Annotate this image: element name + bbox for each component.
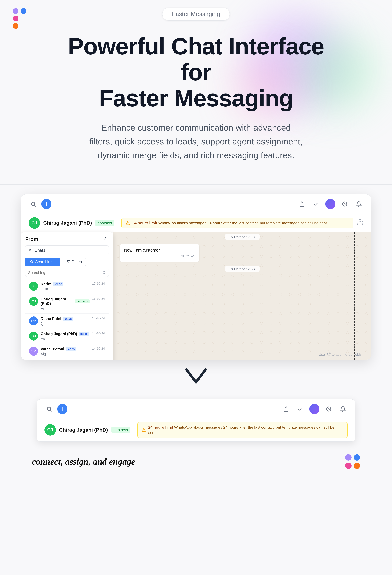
alert-bar: ⚠ 24 hours limit WhatsApp blocks message…: [122, 217, 353, 228]
ci-msg: hello: [41, 287, 90, 291]
ci-name-row: Chirag Jagani (PhD) leads: [41, 332, 90, 336]
contact-items: K Karim leads hello 17-10-24: [25, 279, 109, 360]
contact-bar-2: CJ Chirag Jagani (PhD) contacts ⚠ 24 hou…: [37, 419, 355, 441]
ci-avatar: CJ: [29, 297, 38, 306]
ci-time: 17-10-24: [92, 282, 105, 286]
merge-hint: Use '@' to add merge fields: [319, 353, 362, 357]
contact-tag: contacts: [95, 220, 114, 226]
chat-card-1: +: [21, 194, 371, 360]
svg-point-4: [30, 261, 33, 263]
svg-line-5: [32, 263, 33, 264]
list-item[interactable]: DP Disha Patel leads Jj 14-10-24: [25, 314, 109, 329]
contact-initials: CJ: [31, 220, 37, 226]
ci-avatar: CJ: [29, 332, 38, 340]
dashed-line: [354, 232, 355, 360]
alert-icon-2: ⚠: [141, 427, 146, 433]
ci-tag: leads: [53, 282, 63, 286]
ci-avatar: VP: [29, 347, 38, 356]
list-item[interactable]: VP Vatsal Patani leads Xfg 14-10-24: [25, 344, 109, 359]
clock-button[interactable]: [340, 199, 349, 209]
ci-tag: contacts: [75, 299, 90, 303]
ci-name: Vatsal Patani: [41, 347, 64, 351]
mockup-container: +: [21, 194, 371, 442]
hero-subtitle: Enhance customer communication with adva…: [69, 121, 323, 162]
ci-time: 14-10-24: [92, 332, 105, 335]
header-icons-2: [281, 404, 347, 414]
message-time: 3:23 PM: [178, 254, 189, 258]
ci-info: Chirag Jagani (PhD) leads Hu: [41, 332, 90, 341]
chat-card-2: +: [37, 399, 355, 442]
svg-line-1: [34, 205, 36, 206]
ci-msg: Hi: [41, 307, 90, 311]
all-chats-select[interactable]: All Chats: [25, 245, 109, 255]
svg-point-0: [31, 202, 35, 205]
ci-time: 14-10-24: [92, 347, 105, 350]
bell-button-2[interactable]: [338, 404, 347, 414]
ci-msg: Jj: [41, 322, 90, 326]
message-bubble: Now I am customer 3:23 PM: [120, 244, 199, 262]
filters-label: Filters: [71, 260, 82, 264]
ci-name: Chirag Jagani (PhD): [41, 332, 77, 336]
add-button[interactable]: +: [41, 199, 51, 209]
ci-time: 14-10-24: [92, 316, 105, 320]
from-actions: Searching... Filters: [25, 258, 109, 266]
ci-name-row: Karim leads: [41, 282, 90, 286]
arrow-down-icon: [21, 366, 371, 393]
message-meta: 3:23 PM: [124, 254, 195, 258]
footer-dot-orange: [354, 463, 360, 469]
header-left-2: +: [45, 404, 67, 414]
header-left: +: [28, 199, 51, 209]
alert-text: 24 hours limit WhatsApp blocks messages …: [132, 220, 328, 226]
svg-point-3: [359, 219, 361, 222]
ci-tag: leads: [79, 332, 89, 336]
share-button[interactable]: [297, 199, 307, 209]
list-item[interactable]: CJ Chirag Jagani (PhD) contacts Hi 16-10…: [25, 294, 109, 314]
date-badge-1: 15-October-2024: [113, 232, 371, 242]
alert-bar-2: ⚠ 24 hours limit WhatsApp blocks message…: [137, 422, 347, 438]
contact-name: Chirag Jagani (PhD): [43, 220, 92, 226]
check-button-2[interactable]: [295, 404, 305, 414]
dark-mode-icon[interactable]: ☾: [104, 236, 109, 242]
clock-button-2[interactable]: [324, 404, 334, 414]
user-avatar: [325, 199, 335, 209]
hero-title: Powerful Chat Interface for Faster Messa…: [52, 33, 340, 111]
ci-msg: Hu: [41, 337, 90, 341]
search-button-2[interactable]: [45, 404, 54, 414]
alert-icon: ⚠: [125, 220, 130, 226]
assign-icon: [356, 219, 364, 227]
check-button[interactable]: [311, 199, 321, 209]
chat-header-2: +: [37, 400, 355, 419]
ci-msg: Xfg: [41, 352, 90, 356]
contact-name-2: Chirag Jagani (PhD): [59, 427, 108, 433]
searching-button[interactable]: Searching...: [25, 258, 60, 266]
ci-info: Disha Patel leads Jj: [41, 316, 90, 326]
svg-point-9: [47, 407, 51, 410]
share-button-2[interactable]: [281, 404, 291, 414]
footer-dot-pink: [345, 463, 351, 469]
search-button[interactable]: [28, 199, 38, 209]
filters-button[interactable]: Filters: [63, 258, 86, 266]
add-button-2[interactable]: +: [57, 404, 67, 414]
search-box: [25, 269, 109, 277]
ci-name: Chirag Jagani (PhD): [41, 297, 74, 306]
date-badge-2: 18-October-2024: [113, 264, 371, 274]
svg-point-7: [103, 271, 105, 273]
ci-tag: leads: [63, 317, 73, 321]
contact-avatar-2: CJ: [45, 424, 56, 436]
user-avatar-2: [309, 404, 319, 414]
list-item[interactable]: J Jay leads Ok 14-10-24: [25, 359, 109, 360]
footer: connect, assign, and engage: [0, 442, 392, 482]
section-divider: [0, 184, 392, 185]
ci-info: Chirag Jagani (PhD) contacts Hi: [41, 297, 90, 311]
svg-line-8: [105, 273, 106, 274]
search-input[interactable]: [28, 270, 101, 275]
list-item[interactable]: CJ Chirag Jagani (PhD) leads Hu 14-10-24: [25, 329, 109, 344]
chat-area: 15-October-2024 Now I am customer 3:23 P…: [113, 232, 371, 360]
ci-name: Karim: [41, 282, 51, 286]
ci-name-row: Chirag Jagani (PhD) contacts: [41, 297, 90, 306]
contact-tag-2: contacts: [111, 427, 130, 433]
list-item[interactable]: K Karim leads hello 17-10-24: [25, 279, 109, 294]
bell-button[interactable]: [354, 199, 364, 209]
svg-marker-6: [67, 261, 70, 263]
ci-avatar: DP: [29, 316, 38, 325]
